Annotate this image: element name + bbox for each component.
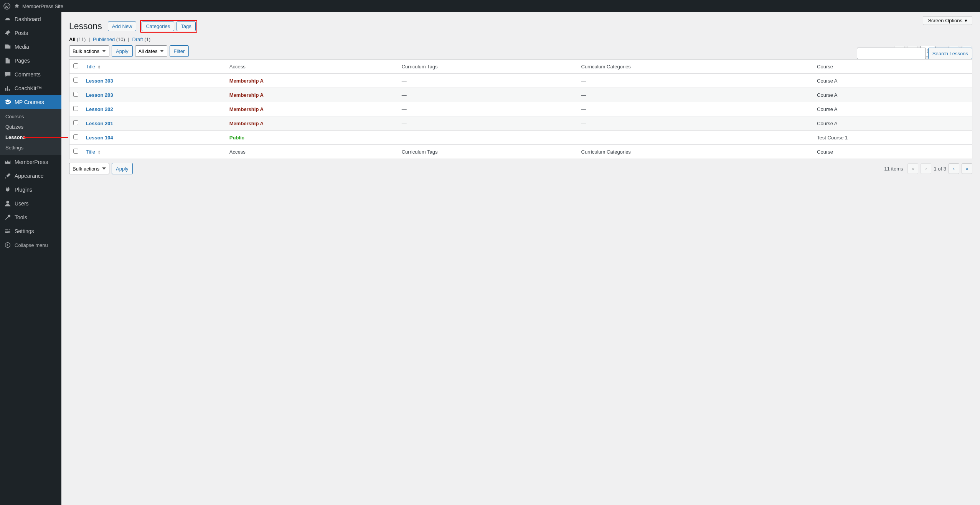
categories-button[interactable]: Categories	[142, 22, 174, 31]
next-page-button-bottom[interactable]: ›	[949, 163, 959, 174]
lesson-title-link[interactable]: Lesson 104	[86, 135, 113, 141]
sidebar-item-plugins[interactable]: Plugins	[0, 183, 61, 197]
user-icon	[4, 200, 12, 207]
sidebar-item-label: Tools	[15, 214, 27, 220]
lesson-title-link[interactable]: Lesson 203	[86, 92, 113, 98]
access-value: Membership A	[229, 121, 264, 126]
bulk-actions-select-bottom[interactable]: Bulk actions	[69, 163, 109, 174]
collapse-label: Collapse menu	[15, 242, 48, 248]
sidebar-item-label: MP Courses	[15, 99, 44, 105]
sidebar-item-media[interactable]: Media	[0, 40, 61, 54]
pin-icon	[4, 29, 12, 37]
course-value: Course A	[813, 74, 972, 88]
page-of-text-bottom: 1 of 3	[934, 166, 946, 172]
table-row: Lesson 202 Membership A — — Course A	[69, 102, 972, 116]
curriculum-categories-value: —	[577, 74, 813, 88]
sidebar-item-pages[interactable]: Pages	[0, 54, 61, 68]
chart-icon	[4, 84, 12, 92]
curriculum-categories-value: —	[577, 88, 813, 102]
col-access-header: Access	[226, 60, 398, 74]
graduation-cap-icon	[4, 98, 12, 106]
curriculum-categories-value: —	[577, 116, 813, 131]
svg-point-1	[6, 201, 9, 204]
table-row: Lesson 303 Membership A — — Course A	[69, 74, 972, 88]
tags-button[interactable]: Tags	[177, 22, 195, 31]
collapse-menu-button[interactable]: Collapse menu	[0, 238, 61, 252]
access-value: Membership A	[229, 78, 264, 84]
select-all-checkbox-footer[interactable]	[73, 149, 78, 154]
curriculum-categories-value: —	[577, 102, 813, 116]
sliders-icon	[4, 227, 12, 235]
search-input[interactable]	[857, 48, 926, 59]
view-all-label[interactable]: All	[69, 36, 76, 42]
sidebar-item-label: Appearance	[15, 173, 44, 179]
col-curriculum-categories-footer: Curriculum Categories	[577, 145, 813, 159]
sidebar-item-tools[interactable]: Tools	[0, 210, 61, 224]
lesson-title-link[interactable]: Lesson 201	[86, 121, 113, 126]
curriculum-tags-value: —	[398, 102, 577, 116]
bulk-actions-select[interactable]: Bulk actions	[69, 45, 109, 57]
sidebar-item-settings[interactable]: Settings	[0, 224, 61, 238]
lesson-title-link[interactable]: Lesson 303	[86, 78, 113, 84]
view-published-link[interactable]: Published (10)	[93, 36, 125, 42]
col-curriculum-tags-header: Curriculum Tags	[398, 60, 577, 74]
curriculum-categories-value: —	[577, 131, 813, 145]
col-access-footer: Access	[226, 145, 398, 159]
page-title: Lessons	[69, 21, 102, 31]
col-curriculum-tags-footer: Curriculum Tags	[398, 145, 577, 159]
sidebar-item-label: Dashboard	[15, 16, 41, 22]
prev-page-button-bottom[interactable]: ‹	[921, 163, 931, 174]
row-checkbox[interactable]	[73, 92, 78, 97]
submenu-item-quizzes[interactable]: Quizzes	[0, 122, 61, 132]
item-count-bottom: 11 items	[884, 166, 903, 172]
date-filter-select[interactable]: All dates	[135, 45, 167, 57]
add-new-button[interactable]: Add New	[108, 22, 137, 31]
curriculum-tags-value: —	[398, 131, 577, 145]
col-title-header[interactable]: Title ▴▾	[82, 60, 226, 74]
access-value: Membership A	[229, 92, 264, 98]
brush-icon	[4, 172, 12, 180]
sidebar-item-users[interactable]: Users	[0, 197, 61, 210]
sidebar-item-label: Posts	[15, 30, 28, 36]
course-value: Course A	[813, 88, 972, 102]
view-all-count: (11)	[77, 36, 86, 42]
apply-button[interactable]: Apply	[112, 45, 133, 57]
filter-button[interactable]: Filter	[170, 45, 189, 57]
lesson-title-link[interactable]: Lesson 202	[86, 106, 113, 112]
home-icon[interactable]	[14, 3, 20, 9]
apply-button-bottom[interactable]: Apply	[112, 163, 133, 174]
sidebar-item-comments[interactable]: Comments	[0, 68, 61, 81]
sidebar-item-appearance[interactable]: Appearance	[0, 169, 61, 183]
row-checkbox[interactable]	[73, 106, 78, 111]
sidebar-item-memberpress[interactable]: MemberPress	[0, 155, 61, 169]
select-all-checkbox[interactable]	[73, 63, 78, 68]
admin-bar: MemberPress Site	[0, 0, 980, 12]
first-page-button-bottom[interactable]: «	[907, 163, 918, 174]
admin-sidebar: Dashboard Posts Media Pages Comments Coa…	[0, 12, 61, 505]
view-draft-link[interactable]: Draft (1)	[132, 36, 151, 42]
curriculum-tags-value: —	[398, 88, 577, 102]
access-value: Membership A	[229, 106, 264, 112]
row-checkbox[interactable]	[73, 120, 78, 125]
sidebar-item-label: CoachKit™	[15, 85, 42, 91]
col-title-footer[interactable]: Title ▴▾	[82, 145, 226, 159]
row-checkbox[interactable]	[73, 134, 78, 139]
sidebar-item-dashboard[interactable]: Dashboard	[0, 12, 61, 26]
screen-options-button[interactable]: Screen Options ▾	[923, 16, 972, 25]
mp-courses-submenu: Courses Quizzes Lessons Settings	[0, 109, 61, 155]
wordpress-logo-icon[interactable]	[3, 2, 11, 10]
sidebar-item-coachkit[interactable]: CoachKit™	[0, 81, 61, 95]
row-checkbox[interactable]	[73, 78, 78, 83]
sidebar-item-label: MemberPress	[15, 159, 48, 165]
sidebar-item-posts[interactable]: Posts	[0, 26, 61, 40]
sidebar-item-mp-courses[interactable]: MP Courses	[0, 95, 61, 109]
submenu-item-courses[interactable]: Courses	[0, 111, 61, 122]
screen-options-label: Screen Options	[928, 18, 962, 23]
tools-icon	[4, 214, 12, 221]
sidebar-item-label: Comments	[15, 71, 41, 78]
submenu-item-settings[interactable]: Settings	[0, 142, 61, 153]
last-page-button-bottom[interactable]: »	[962, 163, 972, 174]
search-lessons-button[interactable]: Search Lessons	[928, 48, 972, 59]
site-name[interactable]: MemberPress Site	[22, 3, 63, 9]
course-value: Course A	[813, 116, 972, 131]
